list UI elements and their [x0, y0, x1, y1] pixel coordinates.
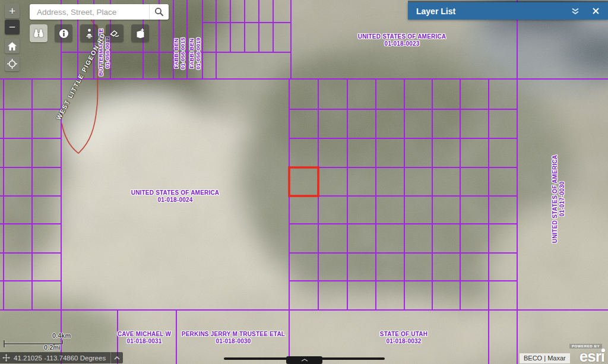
panel-collapse-button[interactable]	[568, 5, 583, 17]
crosshair-move-icon	[2, 354, 10, 362]
draw-icon	[109, 29, 120, 37]
parcel-label: UNITED STATES OF AMERICA01-017-0030	[552, 155, 566, 243]
measurement-icon	[85, 29, 94, 39]
panel-close-button[interactable]	[588, 5, 603, 17]
info-tool-button[interactable]	[55, 24, 72, 42]
map-canvas[interactable]: UNITED STATES OF AMERICA01-018-0023 UNIT…	[0, 0, 608, 364]
parcel-label: PERKINS JERRY M TRUSTEE ETAL01-018-0030	[182, 331, 285, 345]
magnifier-icon	[154, 7, 164, 17]
parcel-label: FABBI BEN01-056-0015	[173, 37, 186, 69]
collapse-double-chevron-icon	[571, 8, 580, 15]
add-data-tool-button[interactable]	[131, 24, 149, 42]
draw-tool-button[interactable]	[106, 24, 124, 42]
scale-km-label: 0.4km	[52, 332, 71, 339]
zoom-in-button[interactable]: +	[5, 4, 20, 18]
parcel-label: UNITED STATES OF AMERICA01-018-0023	[358, 33, 446, 48]
parcel-label: FABBI BEN01-056-0019	[189, 37, 202, 69]
chevron-up-icon	[301, 359, 308, 362]
locate-icon	[7, 59, 17, 69]
scale-mi-label: 0.2mi	[44, 344, 61, 351]
measurement-tool-button[interactable]	[80, 24, 98, 42]
plus-icon: +	[9, 5, 15, 17]
coordinates-toggle-button[interactable]	[110, 352, 123, 363]
parcel-label: CAVE MICHAEL W01-018-0031	[118, 331, 171, 345]
search-widget	[30, 4, 169, 20]
my-location-button[interactable]	[5, 56, 20, 71]
attribute-table-toggle[interactable]	[286, 356, 322, 364]
home-extent-button[interactable]	[5, 39, 20, 53]
search-button[interactable]	[149, 4, 169, 20]
map-attribution: BECO | Maxar	[520, 353, 570, 363]
close-icon	[593, 8, 599, 14]
parcel-label: UNITED STATES OF AMERICA01-018-0024	[131, 189, 220, 204]
home-icon	[8, 42, 17, 50]
esri-brand: esri	[568, 350, 604, 363]
search-input[interactable]	[36, 7, 149, 17]
binoculars-icon	[33, 29, 44, 38]
esri-dot	[601, 349, 605, 352]
coordinates-readout: 41.21025 -113.74860 Degrees	[10, 354, 110, 362]
chevron-up-icon	[114, 356, 120, 360]
esri-logo: POWERED BY esri	[568, 339, 606, 363]
parcel-label: STATE OF UTAH01-018-0032	[380, 331, 428, 345]
add-data-icon	[135, 28, 145, 39]
layer-list-panel-header[interactable]: Layer List	[408, 2, 608, 20]
layer-list-title: Layer List	[416, 7, 568, 16]
parcel-search-tool-button[interactable]	[30, 24, 48, 42]
minus-icon: −	[9, 21, 15, 33]
zoom-out-button[interactable]: −	[5, 20, 20, 34]
info-icon	[59, 29, 69, 39]
coordinates-widget: 41.21025 -113.74860 Degrees	[0, 352, 123, 363]
